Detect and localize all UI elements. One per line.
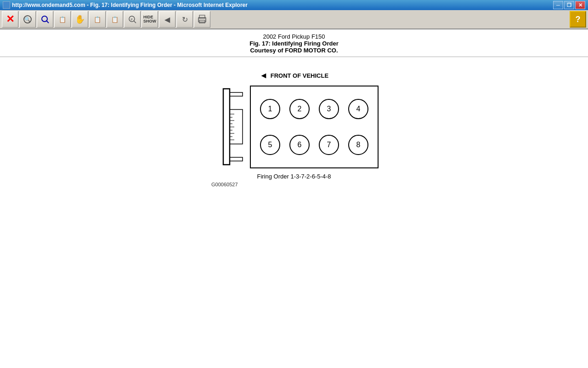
cylinder-2: 2	[289, 99, 310, 119]
cylinder-5: 5	[260, 135, 280, 155]
close-button[interactable]: ✕	[575, 1, 585, 9]
svg-rect-11	[230, 92, 243, 96]
arrow-left-icon: ◄	[260, 71, 268, 80]
svg-text:🔍: 🔍	[24, 16, 31, 23]
cylinders-box: 1 2 3 4 5 6 7 8	[250, 86, 379, 168]
document-header: 2002 Ford Pickup F150 Fig. 17: Identifyi…	[0, 29, 588, 57]
window-title: http://www.ondemand5.com - Fig. 17: Iden…	[12, 2, 553, 8]
svg-line-3	[46, 21, 49, 23]
stop-button[interactable]: ✕	[2, 11, 18, 28]
cylinder-1: 1	[260, 99, 280, 119]
search-icon	[40, 15, 50, 24]
hand-icon: ✋	[75, 14, 85, 24]
stop-icon: ✕	[6, 13, 14, 25]
doc-title-1: 2002 Ford Pickup F150	[0, 33, 588, 40]
svg-text:F: F	[131, 17, 133, 22]
firing-order-label: Firing Order 1-3-7-2-6-5-4-8	[257, 173, 331, 180]
hand-button[interactable]: ✋	[72, 11, 88, 28]
figure-btn-2[interactable]: 📋	[89, 11, 106, 28]
refresh-button[interactable]: ↻	[176, 11, 193, 28]
print-icon	[197, 14, 207, 24]
diagram-area: ◄ FRONT OF VEHICLE	[207, 71, 381, 187]
refresh-icon: ↻	[182, 15, 188, 24]
help-button[interactable]: ?	[570, 11, 586, 28]
svg-rect-12	[230, 157, 243, 161]
nav-prev-button[interactable]: ◀	[159, 11, 175, 28]
figure-btn-1[interactable]: 📋	[54, 11, 71, 28]
doc-title-2: Fig. 17: Identifying Firing Order	[0, 40, 588, 47]
cylinder-3: 3	[319, 99, 339, 119]
cylinder-8: 8	[348, 135, 368, 155]
toolbar: ✕ 🔍 📋 ✋ 📋 📋 F HIDESHOW ◀ ↻	[0, 10, 588, 29]
svg-rect-8	[199, 15, 205, 18]
window-controls: ─ ❐ ✕	[553, 1, 585, 9]
figure-code: G00060527	[211, 182, 381, 187]
engine-diagram: 1 2 3 4 5 6 7 8	[209, 84, 379, 169]
cylinder-7: 7	[319, 135, 339, 155]
back-icon: 🔍	[23, 15, 32, 24]
figure-1-icon: 📋	[59, 16, 66, 23]
front-vehicle-label: ◄ FRONT OF VEHICLE	[260, 71, 328, 80]
figure-3-icon: 📋	[111, 16, 119, 23]
engine-block-svg	[209, 84, 251, 169]
find-icon: F	[128, 15, 137, 24]
nav-prev-icon: ◀	[164, 15, 170, 24]
svg-rect-9	[199, 20, 205, 23]
print-button[interactable]	[194, 11, 210, 28]
main-content: ◄ FRONT OF VEHICLE	[0, 57, 588, 368]
svg-line-5	[134, 21, 136, 23]
cylinder-4: 4	[348, 99, 368, 119]
title-bar: http://www.ondemand5.com - Fig. 17: Iden…	[0, 0, 588, 10]
hide-show-icon: HIDESHOW	[143, 15, 156, 23]
doc-title-3: Courtesy of FORD MOTOR CO.	[0, 47, 588, 54]
figure-btn-3[interactable]: 📋	[107, 11, 123, 28]
find-button[interactable]: F	[124, 11, 141, 28]
back-button[interactable]: 🔍	[19, 11, 36, 28]
app-icon	[3, 1, 10, 9]
minimize-button[interactable]: ─	[553, 1, 563, 9]
search-button[interactable]	[37, 11, 53, 28]
hide-show-button[interactable]: HIDESHOW	[141, 11, 158, 28]
cylinder-6: 6	[289, 135, 310, 155]
front-label-text: FRONT OF VEHICLE	[271, 72, 328, 79]
figure-2-icon: 📋	[94, 16, 101, 23]
restore-button[interactable]: ❐	[564, 1, 574, 9]
svg-rect-10	[223, 89, 230, 165]
